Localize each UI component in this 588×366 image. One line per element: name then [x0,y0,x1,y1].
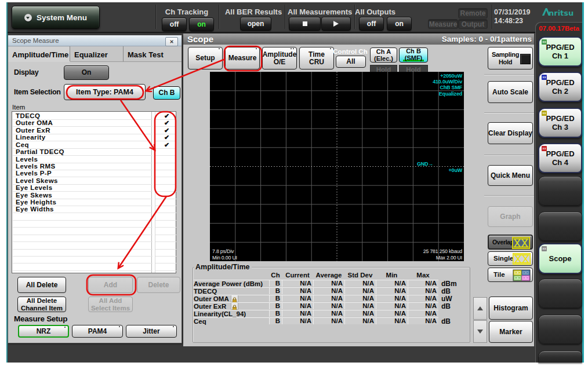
setup-button[interactable]: Setup [188,47,223,69]
item-row-empty [13,220,153,228]
gnd-marker: GND→ [417,161,433,167]
tab-ppg-ed-ch1[interactable]: xx PPG/ED Ch 1 [538,36,582,67]
item-row[interactable]: Eye Skews [13,192,153,199]
tab-scope[interactable]: xx Scope [538,243,582,274]
row-separator [155,270,176,271]
tab-ppg-ed-ch4[interactable]: xx PPG/ED Ch 4 [538,143,582,173]
table-scroll-up-button[interactable] [473,297,487,320]
all-ber-results-label: All BER Results [224,8,282,16]
measure-button[interactable]: Measure [225,47,260,69]
quick-menu-button[interactable]: Quick Menu [488,165,533,186]
tab-blank [538,314,582,344]
graph-button[interactable]: Graph [488,206,533,227]
result-cell-current: N/A [282,317,313,324]
histogram-button[interactable]: Histogram [489,297,533,320]
tab-mask-test[interactable]: Mask Test [124,47,180,62]
amplitude-oe-button[interactable]: Amplitude O/E [262,47,297,69]
auto-scale-button[interactable]: Auto Scale [488,81,533,103]
all-outputs-on-button[interactable]: on [387,17,412,31]
frame-right-border [582,2,584,363]
item-row[interactable]: Outer OMA [13,119,153,127]
dialog-title-bar[interactable]: Scope Measure ✕ [8,35,182,46]
ch-b-smf-button[interactable]: Ch B (SMF) [399,47,428,63]
tab-equalizer[interactable]: Equalizer [70,47,124,62]
item-row[interactable]: TDECQ [13,112,153,120]
all-measurements-stop-button[interactable] [289,17,321,31]
tab-ppg-ed-ch3[interactable]: xx PPG/ED Ch 3 [538,108,582,138]
result-unit: dB [441,302,451,310]
item-selection-label: Item Selection [14,88,61,96]
result-cell-average: N/A [313,287,344,294]
jitter-button[interactable]: Jitter [126,325,177,338]
scale-equalized-label: Equalized [433,91,462,97]
ch-a-elec-button[interactable]: Ch A (Elec.) [370,47,397,63]
result-cell-average: N/A [313,317,344,324]
topbar-separator [219,5,219,29]
item-row-empty [13,235,153,242]
tile-view-button[interactable]: Tile [488,268,533,282]
ch-tracking-on-button[interactable]: on [189,17,214,31]
item-row[interactable]: Level Skews [13,177,153,185]
ch-tracking-off-button[interactable]: off [162,17,187,31]
result-cell-ch: B [269,287,282,294]
delete-button[interactable]: Delete [137,277,180,293]
row-separator [155,249,176,250]
item-row[interactable]: Eye Levels [13,184,153,192]
timebase-label: 7.8 ps/Div [212,248,234,255]
all-ber-results-open-button[interactable]: open [240,17,271,31]
all-outputs-off-button[interactable]: off [359,17,384,31]
marker-button[interactable]: Marker [489,321,533,343]
tab-amplitude-time[interactable]: Amplitude/Time [8,47,70,62]
item-row[interactable]: Levels P-P [13,170,153,177]
result-cell-stddev: N/A [344,310,376,317]
date-text: 07/31/2019 [494,8,532,17]
submenu-dot-icon [173,326,174,327]
down-arrow-icon [477,330,483,334]
waveform-display: +2050uW 410.0uW/Div ChB SMF Equalized GN… [210,72,464,261]
item-row[interactable]: Linearity [13,134,153,141]
result-row: CeqBN/AN/AN/AN/AN/A [194,318,438,325]
item-row[interactable]: Levels [13,156,153,163]
result-cell-min: N/A [376,295,408,302]
row-separator [155,263,176,263]
item-type-button[interactable]: Item Type: PAM4 [64,84,146,100]
tab-ppg-ed-ch2[interactable]: xx PPG/ED Ch 2 [538,72,582,102]
date-time: 07/31/2019 14:48:23 [494,8,532,25]
all-delete-button[interactable]: All Delete [17,277,66,293]
nrz-button[interactable]: NRZ [18,325,69,338]
display-on-button[interactable]: On [64,65,109,80]
row-separator [155,206,176,206]
result-cell-current: N/A [282,280,313,287]
all-measurements-start-button[interactable] [321,17,351,31]
item-row[interactable]: Eye Heights [13,199,153,206]
row-separator [155,241,176,242]
submenu-dot-icon [219,48,220,49]
ch1-icon: xx [542,39,547,45]
single-view-button[interactable]: Single [488,251,533,266]
dialog-close-button[interactable]: ✕ [165,37,178,46]
col-header-max: Max [408,272,438,279]
row-separator [194,317,438,318]
item-row[interactable]: Partial TDECQ [13,148,153,156]
all-delete-channel-item-button[interactable]: All Delete Channel Item [17,297,66,312]
all-add-select-items-button[interactable]: All Add Select Items [88,297,133,312]
channel-b-button[interactable]: Ch B [153,86,180,100]
table-scroll-down-button[interactable] [473,320,487,343]
control-ch-all-button[interactable]: All [336,56,366,68]
submenu-dot-icon [256,48,257,49]
overlap-view-button[interactable]: Overlap [488,235,533,250]
control-ch-label: Control Ch [333,48,368,55]
time-cru-button[interactable]: Time CRU [299,47,334,69]
result-cell-min: N/A [376,317,408,324]
item-row[interactable]: Eye Widths [13,206,153,213]
pam4-button[interactable]: PAM4 [72,325,123,338]
clear-display-button[interactable]: Clear Display [488,122,533,144]
item-row[interactable]: Levels RMS [13,163,153,170]
item-list[interactable]: TDECQ✔Outer OMA✔Outer ExR✔Linearity✔Ceq✔… [12,111,176,273]
ch2-icon: xx [542,75,547,80]
add-button[interactable]: Add [88,277,133,293]
item-row[interactable]: Ceq [13,141,153,149]
item-row[interactable]: Outer ExR [13,127,153,134]
zero-level-label: +0uW [449,167,462,173]
system-menu-button[interactable]: System Menu [12,6,100,29]
